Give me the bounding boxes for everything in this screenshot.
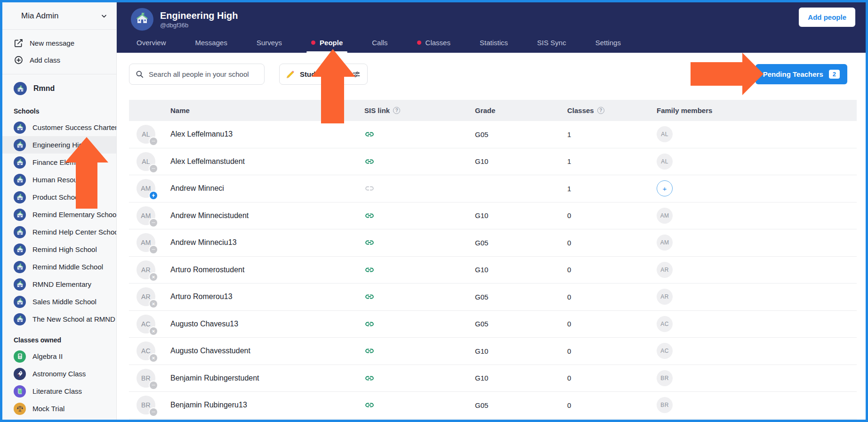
person-name: Benjamin Rubingeru13 xyxy=(170,401,364,409)
sidebar-item-school[interactable]: Customer Success Charter xyxy=(2,119,116,136)
schools-list: Customer Success Charter Engineering Hig… xyxy=(2,119,116,328)
school-avatar xyxy=(131,8,153,31)
school-label: Remind Elementary School xyxy=(32,211,117,219)
family-member-avatar[interactable]: AC xyxy=(657,316,673,332)
nav-tab[interactable]: Calls xyxy=(372,39,387,53)
grade-cell: G10 xyxy=(475,157,567,165)
nav-tab-label: Calls xyxy=(372,39,387,47)
family-member-avatar[interactable]: AM xyxy=(657,208,673,224)
classes-count-cell: 0 xyxy=(567,374,657,382)
sidebar-item-org[interactable]: Rmnd xyxy=(2,78,116,99)
school-building-icon xyxy=(14,156,26,169)
school-label: The New School at RMND xyxy=(32,315,115,323)
table-row[interactable]: AM Andrew Minnecistudent G10 0 AM xyxy=(129,203,857,230)
link-icon xyxy=(364,400,375,410)
nav-tab[interactable]: Statistics xyxy=(480,39,508,53)
notification-dot xyxy=(417,41,421,45)
family-member-avatar[interactable]: BR xyxy=(657,370,673,386)
sidebar-item-school[interactable]: Finance Elementary xyxy=(2,154,116,171)
avatar-status-badge xyxy=(150,219,157,227)
sidebar-action-item[interactable]: Add class xyxy=(2,51,116,68)
school-building-icon xyxy=(14,296,26,308)
link-icon xyxy=(364,237,375,248)
sidebar-item-school[interactable]: Remind Elementary School xyxy=(2,206,116,223)
sidebar-item-class[interactable]: Mock Trial xyxy=(2,400,116,417)
nav-tab-label: SIS Sync xyxy=(537,39,566,47)
sidebar-item-school[interactable]: Product School xyxy=(2,188,116,206)
sidebar-item-class[interactable]: Algebra II xyxy=(2,348,116,365)
school-label: Customer Success Charter xyxy=(32,123,117,131)
avatar-status-badge xyxy=(150,138,157,145)
sidebar-item-school[interactable]: Remind High School xyxy=(2,241,116,258)
person-name: Alex Leffelmanu13 xyxy=(170,130,364,138)
table-row[interactable]: AL Alex Leffelmanu13 G05 1 AL xyxy=(129,121,857,148)
table-row[interactable]: AC Augusto Chavesu13 G05 0 AC xyxy=(129,311,857,338)
school-building-icon xyxy=(14,122,26,134)
chevron-down-icon[interactable] xyxy=(100,12,108,20)
family-member-avatar[interactable]: AM xyxy=(657,235,673,251)
sidebar-item-class[interactable]: Literature Class xyxy=(2,382,116,400)
family-member-avatar[interactable]: AR xyxy=(657,262,673,278)
sidebar-item-school[interactable]: Engineering High xyxy=(2,136,116,154)
help-icon[interactable] xyxy=(393,107,400,114)
family-member-avatar[interactable]: AL xyxy=(657,154,673,170)
school-label: Remind Middle School xyxy=(32,263,103,271)
sidebar-item-school[interactable]: Remind Middle School xyxy=(2,258,116,276)
account-switcher[interactable]: Mia Admin xyxy=(2,2,116,30)
column-header-name: Name xyxy=(170,106,190,114)
add-people-button[interactable]: Add people xyxy=(799,8,855,27)
nav-tab[interactable]: Surveys xyxy=(257,39,282,53)
help-icon[interactable] xyxy=(597,107,604,114)
toolbar: Students Pending Teachers 2 xyxy=(129,64,857,85)
search-input[interactable] xyxy=(149,70,258,78)
table-row[interactable]: AR Arturo Romerostudent G10 0 AR xyxy=(129,257,857,284)
sidebar-item-school[interactable]: Remind Help Center School xyxy=(2,223,116,241)
nav-tab[interactable]: Messages xyxy=(195,39,227,53)
sidebar-item-class[interactable]: Astronomy Class xyxy=(2,365,116,382)
avatar-status-badge xyxy=(150,381,157,389)
sidebar-action-label: New message xyxy=(30,39,74,47)
family-member-avatar[interactable]: AL xyxy=(657,126,673,142)
person-avatar: AM xyxy=(137,179,155,198)
sidebar-item-school[interactable]: RMND Elementary xyxy=(2,276,116,293)
nav-tab[interactable]: Classes xyxy=(417,39,450,53)
table-row[interactable]: AM Andrew Minneci 1 xyxy=(129,175,857,203)
sidebar-item-school[interactable]: Sales Middle School xyxy=(2,293,116,310)
family-members-cell: BR xyxy=(657,397,857,413)
table-row[interactable]: BR Benjamin Rubingeru13 G05 0 BR xyxy=(129,392,857,419)
nav-tab-label: Overview xyxy=(137,39,166,47)
class-label: Astronomy Class xyxy=(32,370,86,378)
pending-teachers-button[interactable]: Pending Teachers 2 xyxy=(755,64,847,84)
family-member-avatar[interactable]: AR xyxy=(657,289,673,305)
nav-tab[interactable]: Overview xyxy=(137,39,166,53)
table-row[interactable]: AM Andrew Minneciu13 G05 0 AM xyxy=(129,229,857,257)
sidebar-item-class[interactable]: Tutoring Class xyxy=(2,417,116,420)
school-building-icon xyxy=(14,209,26,221)
school-building-icon xyxy=(14,278,26,291)
grade-cell: G10 xyxy=(475,211,567,219)
table-row[interactable]: BR Benjamin Rubingerstudent G10 0 BR xyxy=(129,365,857,392)
nav-tab[interactable]: SIS Sync xyxy=(537,39,566,53)
classes-count-cell: 0 xyxy=(567,266,657,274)
family-members-cell: AL xyxy=(657,126,857,142)
nav-tab[interactable]: People xyxy=(311,39,343,53)
family-member-avatar[interactable] xyxy=(657,180,673,196)
table-row[interactable]: AC Augusto Chavesstudent G10 0 AC xyxy=(129,338,857,365)
table-row[interactable]: AL Alex Leffelmanstudent G10 1 AL xyxy=(129,148,857,176)
students-filter-chip[interactable]: Students xyxy=(279,64,368,85)
person-name: Alex Leffelmanstudent xyxy=(170,157,364,166)
sidebar-item-school[interactable]: The New School at RMND xyxy=(2,310,116,328)
filter-sliders-icon[interactable] xyxy=(352,70,361,79)
person-avatar: BR xyxy=(137,396,155,414)
avatar-status-badge xyxy=(150,273,157,281)
sidebar-item-school[interactable]: Human Resources xyxy=(2,171,116,188)
nav-tab[interactable]: Settings xyxy=(595,39,621,53)
nav-tab-label: Messages xyxy=(195,39,227,47)
family-member-avatar[interactable]: AC xyxy=(657,343,673,359)
table-row[interactable]: AR Arturo Romerou13 G05 0 AR xyxy=(129,284,857,311)
person-name: Augusto Chavesstudent xyxy=(170,347,364,355)
family-member-avatar[interactable]: BR xyxy=(657,397,673,413)
sidebar-action-item[interactable]: New message xyxy=(2,34,116,51)
notification-dot xyxy=(311,41,315,45)
nav-tab-label: Surveys xyxy=(257,39,282,47)
